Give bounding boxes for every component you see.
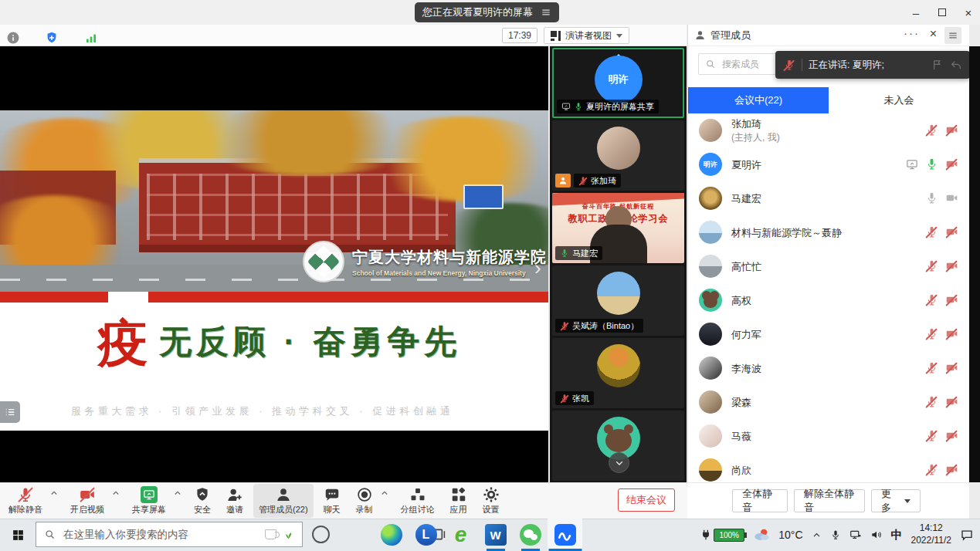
participant-row[interactable]: 明许夏明许: [688, 147, 969, 181]
university-seal-icon: [303, 241, 344, 282]
toolbar-button-mic-off[interactable]: 解除静音: [3, 484, 48, 518]
mic-muted-icon[interactable]: [925, 225, 938, 238]
participant-row[interactable]: 高忙忙: [688, 249, 969, 283]
camera-off-icon[interactable]: [945, 395, 958, 408]
participant-row[interactable]: 高权: [688, 283, 969, 317]
tab-not-joined[interactable]: 未入会: [829, 87, 969, 113]
info-icon[interactable]: [6, 31, 20, 45]
reply-icon[interactable]: [950, 59, 962, 71]
toolbar-button-shield[interactable]: 安全: [188, 484, 216, 518]
camera-off-icon[interactable]: [945, 293, 958, 306]
viewer-banner[interactable]: 您正在观看夏明许的屏幕: [415, 2, 559, 22]
toolbar-button-members[interactable]: 管理成员(22): [253, 484, 314, 518]
video-thumbnail[interactable]: 吴斌涛（Bintao）: [552, 265, 684, 336]
panel-close-icon[interactable]: ×: [930, 28, 937, 40]
chevron-up-icon[interactable]: [173, 488, 182, 498]
speaker-icon[interactable]: [870, 529, 883, 541]
cortana-button[interactable]: [312, 526, 330, 543]
tray-expand-icon[interactable]: [812, 530, 822, 540]
taskbar-app-meeting[interactable]: [548, 519, 582, 551]
chevron-up-icon[interactable]: [111, 488, 120, 498]
tab-in-meeting[interactable]: 会议中(22): [688, 87, 829, 113]
mic-muted-icon[interactable]: [925, 429, 938, 442]
camera-off-icon[interactable]: [945, 429, 958, 442]
participant-row[interactable]: 马薇: [688, 419, 969, 453]
chevron-up-icon[interactable]: [380, 488, 389, 498]
video-thumbnail[interactable]: 明许夏明许的屏幕共享: [552, 48, 684, 118]
video-thumbnail[interactable]: 奋斗百年路 起航新征程教职工政治理论学习会马建宏: [552, 193, 684, 263]
more-button[interactable]: 更多: [871, 489, 921, 512]
camera-off-icon[interactable]: [945, 361, 958, 374]
chevron-up-icon[interactable]: [49, 488, 59, 498]
signal-icon[interactable]: [84, 31, 98, 45]
end-meeting-button[interactable]: 结束会议: [618, 488, 675, 512]
taskbar-app-word[interactable]: W: [478, 519, 513, 551]
flag-icon[interactable]: [931, 59, 944, 71]
floating-list-button[interactable]: [0, 401, 20, 423]
participant-row[interactable]: 张加琦(主持人, 我): [688, 113, 969, 147]
network-icon[interactable]: [849, 529, 862, 541]
camera-off-icon[interactable]: [945, 327, 958, 340]
mic-icon[interactable]: [925, 191, 938, 205]
camera-off-icon[interactable]: [945, 463, 958, 476]
thumbnail-scroll-down-button[interactable]: [609, 452, 629, 473]
video-thumbnail[interactable]: 张凯: [552, 338, 684, 408]
camera-icon[interactable]: [945, 191, 958, 205]
temperature[interactable]: 10°C: [778, 529, 802, 541]
toolbar-button-apps[interactable]: 应用: [445, 484, 473, 518]
mute-all-button[interactable]: 全体静音: [732, 489, 788, 512]
shield-plus-icon[interactable]: [45, 31, 59, 45]
toolbar-button-record[interactable]: 录制: [351, 484, 378, 518]
view-mode-dropdown[interactable]: 演讲者视图: [544, 27, 629, 44]
taskbar-app-lenovo[interactable]: L: [409, 519, 443, 551]
minimize-button[interactable]: –: [903, 0, 929, 25]
banner-menu-icon[interactable]: [541, 7, 551, 18]
toolbar-button-chat[interactable]: 聊天: [318, 484, 346, 518]
unmute-all-button[interactable]: 解除全体静音: [794, 489, 865, 512]
participant-row[interactable]: 李海波: [688, 351, 969, 385]
start-button[interactable]: [0, 519, 36, 551]
mic-on-icon[interactable]: [925, 157, 938, 171]
mic-muted-icon[interactable]: [925, 395, 938, 408]
mic-muted-icon[interactable]: [925, 361, 938, 374]
taskbar-app-ie[interactable]: e: [443, 519, 478, 551]
action-center-icon[interactable]: [960, 528, 974, 542]
video-thumbnail[interactable]: 张加琦: [552, 120, 684, 191]
screen-share-icon[interactable]: [906, 158, 918, 171]
mic-muted-icon[interactable]: [925, 259, 938, 272]
participant-row[interactable]: 何力军: [688, 317, 969, 351]
toolbar-button-breakout[interactable]: 分组讨论: [395, 484, 440, 518]
participant-status-icons: [906, 157, 958, 171]
toolbar-button-settings[interactable]: 设置: [477, 484, 505, 518]
taskbar-search-input[interactable]: [62, 528, 259, 541]
mic-muted-icon[interactable]: [925, 327, 938, 340]
camera-off-icon[interactable]: [945, 157, 958, 171]
mic-muted-icon[interactable]: [925, 463, 938, 476]
mic-muted-icon[interactable]: [925, 293, 938, 306]
weather-icon[interactable]: [753, 526, 770, 543]
close-button[interactable]: ×: [955, 0, 980, 25]
participant-row[interactable]: 梁森: [688, 385, 969, 419]
mic-muted-icon[interactable]: [925, 123, 938, 137]
toolbar-button-share-screen[interactable]: 共享屏幕: [127, 484, 171, 518]
maximize-button[interactable]: [929, 0, 955, 25]
carousel-next-icon[interactable]: ›: [534, 256, 541, 280]
camera-off-icon[interactable]: [945, 259, 958, 272]
toolbar-button-cam-off[interactable]: 开启视频: [65, 484, 110, 518]
taskbar-search[interactable]: [36, 522, 303, 547]
participant-row[interactable]: 材料与新能源学院～聂静: [688, 215, 969, 249]
panel-more-icon[interactable]: ···: [904, 26, 920, 39]
panel-hamburger-button[interactable]: [944, 27, 961, 44]
camera-off-icon[interactable]: [945, 225, 958, 238]
taskbar-app-edge[interactable]: [374, 519, 409, 551]
camera-off-icon[interactable]: [945, 123, 958, 137]
ime-indicator[interactable]: 中: [891, 528, 903, 543]
toolbar-button-invite[interactable]: 邀请: [221, 484, 249, 518]
taskbar-clock[interactable]: 14:12 2022/11/2: [911, 522, 952, 546]
members-icon: [694, 29, 706, 41]
participant-row[interactable]: 尚欣: [688, 453, 969, 482]
battery-indicator[interactable]: 100%: [700, 529, 744, 542]
participant-row[interactable]: 马建宏: [688, 181, 969, 215]
mic-tray-icon[interactable]: [830, 529, 841, 540]
taskbar-app-wechat[interactable]: [513, 519, 548, 551]
